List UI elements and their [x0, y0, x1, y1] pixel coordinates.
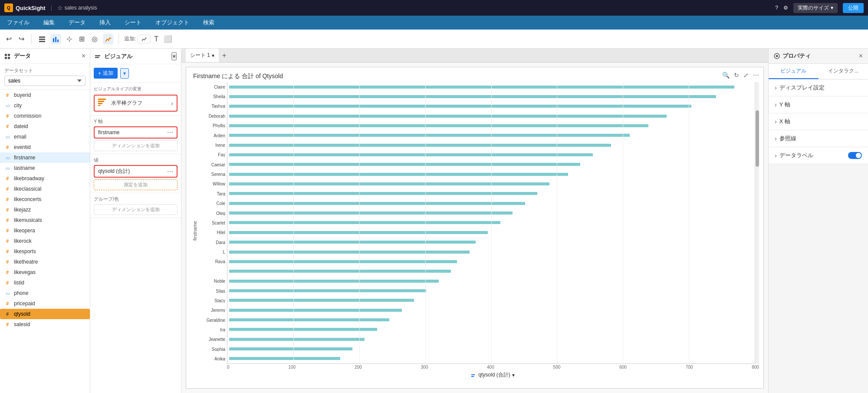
- menu-edit[interactable]: 編集: [41, 17, 57, 28]
- field-likejazz[interactable]: # likejazz: [0, 205, 90, 215]
- add-dimension-color-button[interactable]: ディメンションを追加: [94, 204, 178, 215]
- bar-row[interactable]: [229, 182, 753, 186]
- x-axis-item[interactable]: › X 軸: [769, 113, 868, 130]
- menu-data[interactable]: データ: [66, 17, 88, 28]
- menu-insert[interactable]: 挿入: [97, 17, 113, 28]
- field-dateid[interactable]: # dateid: [0, 121, 90, 132]
- field-qtysold[interactable]: # qtysold: [0, 309, 90, 319]
- add-text-button[interactable]: T: [152, 33, 160, 45]
- add-measure-button[interactable]: 測定を追加: [94, 179, 178, 190]
- field-likesports[interactable]: # likesports: [0, 246, 90, 257]
- arrange-button[interactable]: ⊞: [77, 33, 86, 45]
- bar-row[interactable]: [229, 104, 753, 108]
- bar-row[interactable]: [229, 318, 753, 322]
- bar-row[interactable]: [229, 327, 753, 331]
- field-likeclassical[interactable]: # likeclassical: [0, 184, 90, 194]
- reference-line-item[interactable]: › 参照線: [769, 130, 868, 147]
- properties-close-button[interactable]: ×: [859, 52, 863, 60]
- field-pricepaid[interactable]: # pricepaid: [0, 298, 90, 309]
- field-likerock[interactable]: # likerock: [0, 236, 90, 246]
- visual-tab[interactable]: ビジュアル: [769, 64, 819, 79]
- add-visual-button[interactable]: + 追加: [94, 68, 118, 79]
- star-icon[interactable]: ☆: [57, 4, 63, 11]
- redo-button[interactable]: ↪: [17, 33, 26, 45]
- y-field-pill[interactable]: firstname ⋯: [94, 126, 178, 139]
- menu-object[interactable]: オブジェクト: [153, 17, 192, 28]
- filter-button[interactable]: ⊹: [65, 33, 74, 45]
- sort-icon[interactable]: ▾: [512, 372, 515, 378]
- value-field-pill[interactable]: qtysold (合計) ⋯: [94, 165, 178, 178]
- field-email[interactable]: ▭ email: [0, 132, 90, 142]
- undo-button[interactable]: ↩: [4, 33, 13, 45]
- bar-row[interactable]: [229, 153, 753, 157]
- data-label-toggle[interactable]: [848, 152, 862, 159]
- bar-row[interactable]: [229, 308, 753, 312]
- more-options-icon[interactable]: ⋯: [752, 71, 760, 79]
- display-settings-item[interactable]: › ディスプレイ設定: [769, 79, 868, 96]
- bar-row[interactable]: [229, 192, 753, 195]
- menu-file[interactable]: ファイル: [4, 17, 32, 28]
- field-commission[interactable]: # commission: [0, 111, 90, 121]
- bar-row[interactable]: [229, 221, 753, 225]
- data-label-item[interactable]: › データラベル: [769, 147, 868, 164]
- bar-row[interactable]: [229, 260, 753, 264]
- bar-row[interactable]: [229, 162, 753, 166]
- bar-row[interactable]: [229, 85, 753, 89]
- insight-button[interactable]: [103, 34, 113, 44]
- field-likemusicals[interactable]: # likemusicals: [0, 215, 90, 225]
- bar-row[interactable]: [229, 124, 753, 128]
- dataset-select[interactable]: sales: [4, 76, 85, 86]
- field-likeopera[interactable]: # likeopera: [0, 225, 90, 236]
- bar-row[interactable]: [229, 357, 753, 360]
- y-axis-item[interactable]: › Y 軸: [769, 96, 868, 113]
- field-listid[interactable]: # listid: [0, 277, 90, 288]
- bar-row[interactable]: [229, 143, 753, 147]
- field-buyerid[interactable]: # buyerid: [0, 90, 90, 100]
- add-dimension-y-button[interactable]: ディメンションを追加: [94, 140, 178, 151]
- bar-row[interactable]: [229, 269, 753, 273]
- visual-panel-close-button[interactable]: ×: [171, 52, 177, 60]
- field-likeconcerts[interactable]: # likeconcerts: [0, 194, 90, 205]
- add-dropdown-button[interactable]: ▾: [120, 68, 129, 79]
- expand-icon[interactable]: ⤢: [743, 71, 750, 79]
- bar-row[interactable]: [229, 279, 753, 283]
- field-eventid[interactable]: # eventid: [0, 142, 90, 152]
- add-trend-button[interactable]: [138, 35, 151, 43]
- settings-icon[interactable]: ⚙: [783, 5, 788, 11]
- field-likevegas[interactable]: # likevegas: [0, 267, 90, 277]
- field-firstname[interactable]: ▭ firstname: [0, 152, 90, 163]
- menu-sheet[interactable]: シート: [122, 17, 144, 28]
- more-icon[interactable]: ⋯: [167, 168, 173, 175]
- data-icon-button[interactable]: [37, 34, 47, 44]
- data-panel-close-button[interactable]: ×: [82, 52, 85, 60]
- help-icon[interactable]: ?: [775, 5, 778, 11]
- bar-row[interactable]: [229, 240, 753, 244]
- refresh-icon[interactable]: ↻: [733, 71, 740, 79]
- field-salesid[interactable]: # salesid: [0, 319, 90, 330]
- bar-row[interactable]: [229, 95, 753, 99]
- bar-row[interactable]: [229, 211, 753, 215]
- location-button[interactable]: ◎: [90, 33, 99, 45]
- publish-button[interactable]: 公開: [843, 3, 864, 13]
- menu-search[interactable]: 検索: [201, 17, 217, 28]
- scrollbar-vertical[interactable]: [755, 82, 759, 364]
- bar-row[interactable]: [229, 133, 753, 137]
- actual-size-button[interactable]: 実際のサイズ ▾: [793, 3, 838, 13]
- zoom-icon[interactable]: 🔍: [721, 71, 730, 79]
- bar-row[interactable]: [229, 201, 753, 205]
- chart-icon-button[interactable]: [51, 34, 61, 44]
- add-shape-button[interactable]: ⬜: [162, 33, 174, 45]
- field-lastname[interactable]: ▭ lastname: [0, 163, 90, 173]
- bar-row[interactable]: [229, 231, 753, 234]
- chart-type-selector[interactable]: 水平棒グラフ ›: [94, 95, 178, 112]
- field-liketheatre[interactable]: # liketheatre: [0, 257, 90, 267]
- field-phone[interactable]: ▭ phone: [0, 288, 90, 298]
- bar-row[interactable]: [229, 114, 753, 118]
- more-icon[interactable]: ⋯: [167, 129, 173, 136]
- bar-row[interactable]: [229, 347, 753, 351]
- bar-row[interactable]: [229, 289, 753, 293]
- bar-row[interactable]: [229, 250, 753, 254]
- sheet-tab-1[interactable]: シート 1 ▾: [186, 49, 219, 62]
- field-likebroadway[interactable]: # likebroadway: [0, 173, 90, 184]
- bar-row[interactable]: [229, 298, 753, 302]
